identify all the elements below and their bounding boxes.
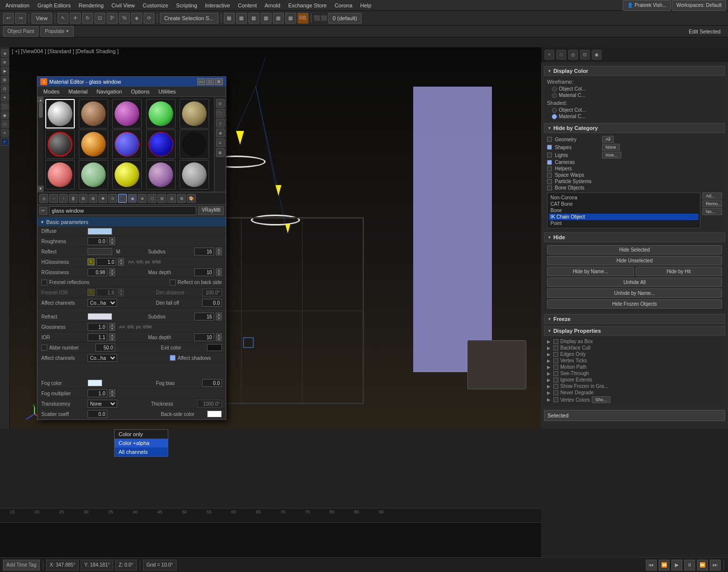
cameras-cb[interactable] bbox=[547, 160, 552, 165]
playback-end[interactable]: ⏭ bbox=[710, 560, 721, 571]
menu-animation[interactable]: Animation bbox=[2, 1, 33, 9]
mat-bt-3[interactable]: ↑ bbox=[59, 194, 68, 203]
mat-ball-7[interactable] bbox=[79, 129, 108, 159]
hide-unselected-btn[interactable]: Hide Unselected bbox=[547, 256, 722, 265]
abbe-cb[interactable] bbox=[41, 345, 47, 350]
lt-btn-7[interactable]: ⬛ bbox=[1, 102, 9, 110]
playback-pause[interactable]: ⏸ bbox=[684, 560, 695, 571]
fresnel-cb[interactable] bbox=[41, 280, 47, 286]
object-type-list[interactable]: Non-Corona CAT Bone Bone IK Chain Object… bbox=[547, 192, 700, 228]
unhide-by-name-btn[interactable]: Unhide by Name... bbox=[547, 288, 722, 298]
rglossiness-up[interactable]: ▲ bbox=[109, 268, 115, 272]
mat-bt-14[interactable]: ⊠ bbox=[177, 194, 186, 203]
fog-mult-down[interactable]: ▼ bbox=[109, 393, 115, 397]
lights-cb[interactable] bbox=[547, 153, 552, 158]
mat-tb-5[interactable]: ≡ bbox=[216, 138, 225, 147]
mat-ball-1[interactable] bbox=[45, 99, 75, 128]
mat-tb-4[interactable]: ◈ bbox=[216, 128, 225, 137]
ior-down[interactable]: ▼ bbox=[109, 337, 115, 341]
mat-ball-9[interactable] bbox=[146, 129, 176, 159]
menu-graph-editors[interactable]: Graph Editors bbox=[34, 1, 74, 9]
l-btn[interactable]: L bbox=[88, 258, 94, 265]
menu-corona[interactable]: Corona bbox=[331, 1, 356, 9]
scroll-thumb[interactable] bbox=[39, 103, 43, 118]
rglossiness-down[interactable]: ▼ bbox=[109, 272, 115, 276]
mat-ball-10[interactable] bbox=[180, 129, 209, 159]
ior-input[interactable] bbox=[88, 333, 107, 341]
user-account[interactable]: 👤 Prateek Vish... bbox=[623, 0, 671, 11]
view-dropdown[interactable]: View bbox=[31, 13, 52, 24]
lt-btn-5[interactable]: ⊡ bbox=[1, 85, 9, 93]
particles-cb[interactable] bbox=[547, 179, 552, 184]
scroll-track[interactable] bbox=[38, 103, 43, 186]
diffuse-swatch[interactable] bbox=[88, 228, 112, 235]
mat-name-input[interactable] bbox=[49, 206, 196, 215]
move-btn[interactable]: ✛ bbox=[70, 13, 81, 24]
back-side-swatch[interactable] bbox=[207, 411, 222, 417]
hide-category-header[interactable]: Hide by Category bbox=[544, 123, 725, 133]
unhide-all-btn[interactable]: Unhide All bbox=[547, 278, 722, 287]
tool7[interactable]: ⟳ bbox=[144, 13, 154, 24]
hide-section-header[interactable]: Hide bbox=[544, 232, 725, 242]
snap-scale[interactable]: ▦ bbox=[285, 13, 296, 24]
mat-bt-1[interactable]: ◎ bbox=[39, 194, 48, 203]
list-non-corona[interactable]: Non-Corona bbox=[549, 194, 698, 201]
menu-arnold[interactable]: Arnold bbox=[261, 1, 284, 9]
mat-bt-selected[interactable]: ⬛ bbox=[118, 194, 127, 203]
maxdepth2-down[interactable]: ▼ bbox=[216, 337, 222, 341]
maxdepth2-input[interactable] bbox=[194, 333, 214, 341]
motion-path-cb[interactable] bbox=[553, 365, 558, 370]
add-time-tag-btn[interactable]: Add Time Tag bbox=[3, 560, 40, 571]
lt-btn-10[interactable]: ≡ bbox=[1, 129, 9, 137]
hglossiness-up[interactable]: ▲ bbox=[118, 258, 124, 262]
hide-by-name-btn[interactable]: Hide by Name... bbox=[547, 267, 634, 276]
create-selection-btn[interactable]: Create Selection S... bbox=[160, 13, 218, 24]
list-ik-chain[interactable]: IK Chain Object bbox=[549, 214, 698, 220]
shaded-mat-radio[interactable] bbox=[552, 114, 557, 119]
refract-swatch[interactable] bbox=[88, 313, 112, 320]
snap-angle[interactable]: ▦ bbox=[248, 13, 259, 24]
wireframe-mat-row[interactable]: Material C... bbox=[552, 93, 722, 98]
mat-ball-5[interactable] bbox=[180, 99, 209, 128]
lt-btn-1[interactable]: ◈ bbox=[1, 49, 9, 57]
mat-tb-2[interactable]: ⬛ bbox=[216, 109, 225, 118]
vertex-colors-cb[interactable] bbox=[553, 397, 558, 402]
display-as-box-cb[interactable] bbox=[553, 339, 558, 344]
hide-frozen-btn[interactable]: Hide Frozen Objects bbox=[547, 299, 722, 309]
spacewarps-cb[interactable] bbox=[547, 173, 552, 178]
playback-play[interactable]: ▶ bbox=[671, 560, 682, 571]
mat-bt-7[interactable]: ✱ bbox=[98, 194, 107, 203]
timeline[interactable]: 15 20 25 30 35 40 45 50 55 60 65 70 75 8… bbox=[0, 508, 541, 523]
mat-bt-10[interactable]: ⊕ bbox=[138, 194, 147, 203]
vp-icon-plus[interactable]: + bbox=[545, 50, 554, 60]
hglossiness-input[interactable] bbox=[96, 258, 116, 266]
mat-ball-3[interactable] bbox=[112, 99, 142, 128]
playback-next[interactable]: ⏩ bbox=[697, 560, 708, 571]
menu-interactive[interactable]: Interactive bbox=[202, 1, 234, 9]
maxdepth-down[interactable]: ▼ bbox=[216, 272, 222, 276]
roughness-down[interactable]: ▼ bbox=[109, 241, 115, 245]
dim-falloff-input[interactable] bbox=[202, 299, 222, 307]
menu-customize[interactable]: Customize bbox=[139, 1, 172, 9]
populate-btn[interactable]: Populate ▼ bbox=[40, 26, 73, 37]
see-through-cb[interactable] bbox=[553, 371, 558, 376]
geometry-cb[interactable] bbox=[547, 137, 552, 142]
ior-up[interactable]: ▲ bbox=[109, 333, 115, 337]
add-btn[interactable]: Ad... bbox=[702, 192, 722, 199]
ignore-extents-cb[interactable] bbox=[553, 378, 558, 382]
undo-btn[interactable]: ↩ bbox=[3, 13, 14, 24]
thickness-input[interactable] bbox=[197, 400, 222, 408]
roughness-input[interactable] bbox=[88, 237, 107, 245]
playback-start[interactable]: ⏮ bbox=[646, 560, 657, 571]
vp-icon-wire[interactable]: ⊡ bbox=[580, 50, 590, 60]
fog-color-swatch[interactable] bbox=[88, 380, 102, 386]
mat-ball-15[interactable] bbox=[180, 160, 209, 190]
subdivs-up[interactable]: ▲ bbox=[216, 248, 222, 252]
mat-maximize-btn[interactable]: □ bbox=[206, 78, 214, 85]
menu-scripting[interactable]: Scripting bbox=[173, 1, 201, 9]
mat-menu-navigation[interactable]: Navigation bbox=[92, 88, 126, 95]
mat-bt-12[interactable]: ⊞ bbox=[157, 194, 166, 203]
menu-exchange-store[interactable]: Exchange Store bbox=[285, 1, 330, 9]
vertex-ticks-cb[interactable] bbox=[553, 358, 558, 363]
mat-tb-1[interactable]: ◎ bbox=[216, 99, 225, 108]
